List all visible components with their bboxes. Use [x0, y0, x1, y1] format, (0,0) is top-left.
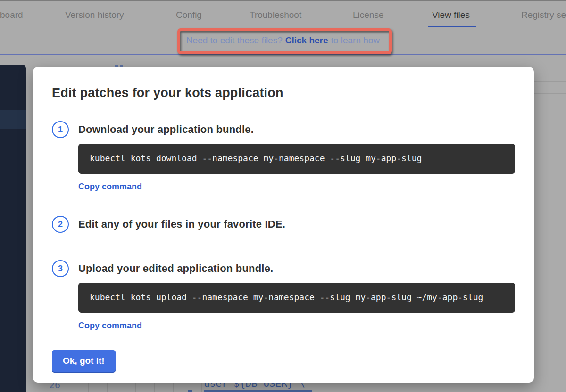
tab-config[interactable]: Config — [176, 1, 202, 27]
screen: board Version history Config Troubleshoo… — [0, 0, 566, 392]
step-2-number-badge: 2 — [52, 216, 69, 233]
ok-got-it-button[interactable]: Ok, got it! — [52, 350, 116, 372]
file-tree-selected-item[interactable] — [0, 110, 26, 129]
step-3-heading: Upload your edited application bundle. — [78, 262, 273, 275]
tab-version-history[interactable]: Version history — [65, 1, 124, 27]
step-1-number-badge: 1 — [52, 121, 69, 138]
clipped-code-fragment — [204, 390, 312, 392]
tab-registry-settings[interactable]: Registry se — [521, 1, 566, 27]
tab-license[interactable]: License — [353, 1, 384, 27]
step-2-row: 2 Edit any of your files in your favorit… — [52, 216, 515, 233]
file-tree-sidebar — [0, 65, 26, 392]
edit-files-banner: Need to edit these files? Click here to … — [0, 27, 566, 55]
step-2-heading: Edit any of your files in your favorite … — [78, 218, 285, 230]
banner-click-here-link[interactable]: Click here — [285, 35, 328, 46]
copy-upload-command-link[interactable]: Copy command — [78, 320, 142, 331]
top-navigation: board Version history Config Troubleshoo… — [0, 0, 566, 27]
tab-dashboard[interactable]: board — [0, 1, 23, 27]
content-panel-edge — [26, 66, 566, 66]
step-3-row: 3 Upload your edited application bundle. — [52, 260, 515, 277]
banner-text-after: to learn how — [331, 35, 380, 46]
upload-command-code-block: kubectl kots upload --namespace my-names… — [78, 283, 515, 313]
banner-text-before: Need to edit these files? — [186, 35, 283, 46]
tab-view-files[interactable]: View files — [432, 1, 470, 27]
tab-troubleshoot[interactable]: Troubleshoot — [250, 1, 301, 27]
file-list-row-divider — [534, 81, 566, 82]
clipped-code-fragment — [188, 390, 192, 392]
modal-title: Edit patches for your kots application — [52, 86, 515, 100]
step-1-row: 1 Download your application bundle. — [52, 121, 515, 138]
file-list-row-divider — [534, 93, 566, 94]
download-command-code-block: kubectl kots download --namespace my-nam… — [78, 144, 515, 174]
step-1-heading: Download your application bundle. — [78, 123, 254, 136]
edit-patches-modal: Edit patches for your kots application 1… — [33, 67, 534, 383]
step-3-number-badge: 3 — [52, 260, 69, 277]
copy-download-command-link[interactable]: Copy command — [78, 181, 142, 192]
